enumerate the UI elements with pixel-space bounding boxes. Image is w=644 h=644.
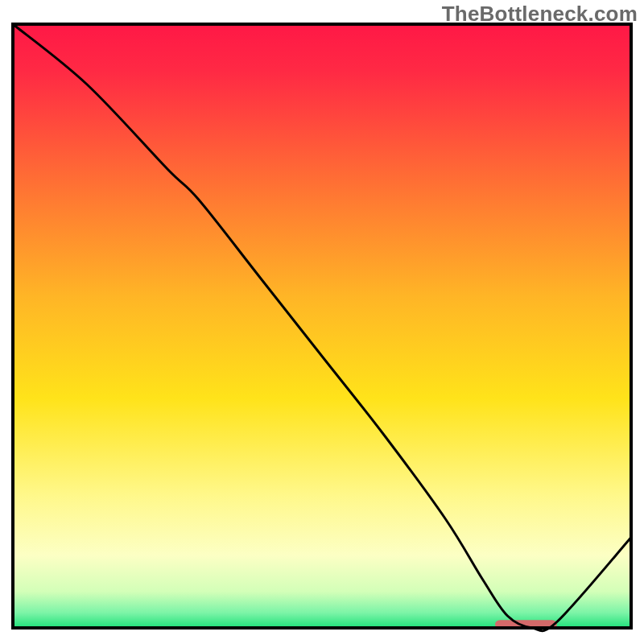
- chart-svg: [0, 0, 644, 644]
- watermark-text: TheBottleneck.com: [442, 2, 638, 27]
- chart-container: TheBottleneck.com: [0, 0, 644, 644]
- plot-background: [13, 24, 631, 628]
